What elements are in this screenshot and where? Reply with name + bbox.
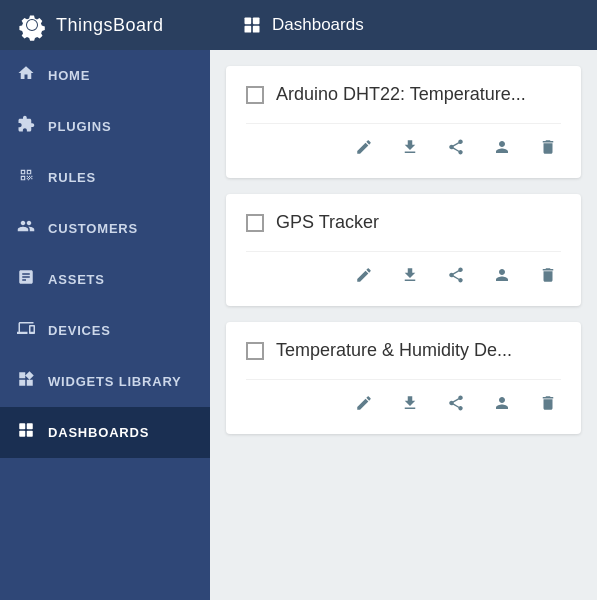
delete-button-3[interactable]: [535, 390, 561, 416]
sidebar-item-widgets-library[interactable]: WIDGETS LIBRARY: [0, 356, 210, 407]
card-checkbox-3[interactable]: [246, 342, 264, 360]
card-checkbox-1[interactable]: [246, 86, 264, 104]
svg-rect-7: [19, 431, 25, 437]
assign-button-2[interactable]: [489, 262, 515, 288]
logo-area: ThingsBoard: [16, 9, 226, 41]
main-content: Arduino DHT22: Temperature...: [210, 50, 597, 600]
svg-point-0: [27, 20, 37, 30]
svg-rect-5: [19, 423, 25, 429]
delete-button-1[interactable]: [535, 134, 561, 160]
sidebar-item-home[interactable]: HOME: [0, 50, 210, 101]
sidebar-item-label: HOME: [48, 68, 90, 83]
download-button-1[interactable]: [397, 134, 423, 160]
card-checkbox-2[interactable]: [246, 214, 264, 232]
card-actions-1: [246, 123, 561, 160]
sidebar-item-label: WIDGETS LIBRARY: [48, 374, 182, 389]
download-button-2[interactable]: [397, 262, 423, 288]
card-title-2: GPS Tracker: [276, 212, 379, 233]
section-title: Dashboards: [272, 15, 364, 35]
sidebar-item-dashboards[interactable]: DASHBOARDS: [0, 407, 210, 458]
share-button-2[interactable]: [443, 262, 469, 288]
sidebar-item-rules[interactable]: RULES: [0, 152, 210, 203]
logo-icon: [16, 9, 48, 41]
edit-button-2[interactable]: [351, 262, 377, 288]
delete-button-2[interactable]: [535, 262, 561, 288]
sidebar-item-label: PLUGINS: [48, 119, 111, 134]
svg-rect-2: [253, 18, 260, 25]
edit-button-1[interactable]: [351, 134, 377, 160]
svg-rect-3: [245, 26, 252, 33]
header: ThingsBoard Dashboards: [0, 0, 597, 50]
devices-icon: [16, 319, 36, 342]
svg-rect-4: [253, 26, 260, 33]
share-button-3[interactable]: [443, 390, 469, 416]
card-title-1: Arduino DHT22: Temperature...: [276, 84, 526, 105]
header-section: Dashboards: [226, 15, 364, 35]
sidebar-item-label: DASHBOARDS: [48, 425, 149, 440]
sidebar-item-label: DEVICES: [48, 323, 111, 338]
card-top-1: Arduino DHT22: Temperature...: [246, 84, 561, 105]
share-button-1[interactable]: [443, 134, 469, 160]
sidebar-item-customers[interactable]: CUSTOMERS: [0, 203, 210, 254]
card-actions-3: [246, 379, 561, 416]
dashboards-sidebar-icon: [16, 421, 36, 444]
dashboard-card-1: Arduino DHT22: Temperature...: [226, 66, 581, 178]
sidebar: HOME PLUGINS RULES CUSTOMERS ASSETS: [0, 50, 210, 600]
rules-icon: [16, 166, 36, 189]
app-title: ThingsBoard: [56, 15, 164, 36]
plugins-icon: [16, 115, 36, 138]
edit-button-3[interactable]: [351, 390, 377, 416]
dashboards-icon: [242, 15, 262, 35]
dashboard-card-2: GPS Tracker: [226, 194, 581, 306]
dashboard-card-3: Temperature & Humidity De...: [226, 322, 581, 434]
sidebar-item-label: CUSTOMERS: [48, 221, 138, 236]
assets-icon: [16, 268, 36, 291]
widgets-icon: [16, 370, 36, 393]
sidebar-item-plugins[interactable]: PLUGINS: [0, 101, 210, 152]
sidebar-item-assets[interactable]: ASSETS: [0, 254, 210, 305]
svg-rect-8: [27, 431, 33, 437]
card-title-3: Temperature & Humidity De...: [276, 340, 512, 361]
svg-rect-6: [27, 423, 33, 429]
customers-icon: [16, 217, 36, 240]
card-actions-2: [246, 251, 561, 288]
svg-rect-1: [245, 18, 252, 25]
layout: HOME PLUGINS RULES CUSTOMERS ASSETS: [0, 50, 597, 600]
sidebar-item-label: ASSETS: [48, 272, 105, 287]
card-top-2: GPS Tracker: [246, 212, 561, 233]
assign-button-1[interactable]: [489, 134, 515, 160]
sidebar-item-label: RULES: [48, 170, 96, 185]
card-top-3: Temperature & Humidity De...: [246, 340, 561, 361]
download-button-3[interactable]: [397, 390, 423, 416]
sidebar-item-devices[interactable]: DEVICES: [0, 305, 210, 356]
assign-button-3[interactable]: [489, 390, 515, 416]
home-icon: [16, 64, 36, 87]
